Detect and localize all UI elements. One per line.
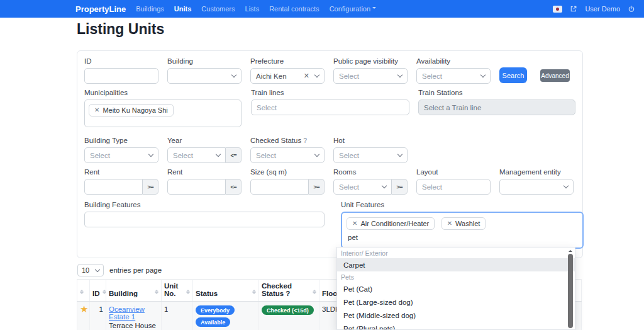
nav-item-configuration[interactable]: Configuration: [330, 5, 376, 13]
column-building[interactable]: Building: [106, 280, 162, 302]
cell-star[interactable]: ★: [77, 302, 90, 330]
filter-management-entity-label: Management entity: [499, 168, 574, 176]
column-status-label: Status: [196, 290, 250, 297]
layout-input[interactable]: Select: [416, 179, 491, 195]
building-link[interactable]: Oceanview Estate 1: [109, 305, 145, 321]
filter-train-stations-label: Train Stations: [418, 89, 575, 96]
filter-rent-min: Rent >=: [84, 168, 158, 195]
unit-features-multiselect[interactable]: ✕Air Conditioner/Heater ✕Washlet pet: [341, 212, 584, 249]
column-unit-no[interactable]: Unit No.: [162, 280, 193, 302]
year-operator: <=: [226, 147, 242, 163]
rent-min-input[interactable]: [84, 179, 143, 195]
filter-unit-features: Unit Features ✕Air Conditioner/Heater ✕W…: [341, 201, 584, 249]
dropdown-scrollbar[interactable]: [568, 254, 573, 328]
train-lines-select[interactable]: Select: [251, 100, 409, 115]
train-lines-placeholder: Select: [257, 104, 277, 111]
unit-feature-tag[interactable]: ✕Washlet: [441, 217, 486, 230]
cell-checked-status: Checked (<15d): [259, 302, 319, 330]
sort-icon[interactable]: [80, 288, 84, 297]
nav-item-units[interactable]: Units: [174, 5, 192, 13]
dropdown-option-pet-large-dog[interactable]: Pet (Large-sized dog): [337, 295, 575, 309]
rent-min-operator: >=: [143, 179, 158, 195]
public-page-visibility-select[interactable]: Select: [333, 68, 408, 84]
nav-item-buildings[interactable]: Buildings: [136, 5, 164, 13]
sort-icon[interactable]: [313, 288, 316, 297]
cell-building: Oceanview Estate 1 Terrace House: [106, 302, 162, 330]
nav-item-lists[interactable]: Lists: [245, 5, 260, 13]
filter-train-lines-label: Train lines: [251, 89, 409, 96]
filter-building: Building: [167, 57, 242, 84]
size-operator: >=: [309, 179, 325, 195]
sort-icon[interactable]: [252, 288, 256, 297]
rent-max-input[interactable]: [167, 179, 226, 195]
remove-tag-icon[interactable]: ✕: [352, 220, 357, 227]
dropdown-option-pet-plural[interactable]: Pet (Plural pets): [337, 322, 575, 330]
star-icon[interactable]: ★: [80, 304, 88, 314]
help-icon[interactable]: ?: [303, 137, 307, 144]
filters-card: ID Building Prefecture Aichi Ken✕ Public…: [77, 50, 583, 258]
clear-icon[interactable]: ✕: [304, 72, 309, 80]
filter-size-label: Size (sq m): [250, 168, 325, 176]
remove-tag-icon[interactable]: ✕: [447, 220, 452, 227]
management-entity-select[interactable]: [499, 179, 574, 195]
filter-public-page-visibility: Public page visibility Select: [333, 57, 408, 84]
nav-item-rental-contracts[interactable]: Rental contracts: [269, 5, 319, 13]
main-nav: Buildings Units Customers Lists Rental c…: [136, 5, 376, 13]
sort-icon[interactable]: [186, 288, 190, 297]
checked-status-select[interactable]: Select: [250, 147, 325, 163]
chevron-down-icon: [372, 7, 376, 11]
rooms-select[interactable]: Select: [333, 179, 392, 195]
column-select[interactable]: [77, 280, 90, 302]
chevron-down-icon: [314, 72, 319, 77]
id-input[interactable]: [84, 68, 158, 84]
external-link-icon[interactable]: [570, 5, 577, 13]
scrollbar-thumb[interactable]: [568, 254, 573, 328]
checked-status-placeholder: Select: [256, 152, 276, 159]
scrollbar-up-icon[interactable]: [569, 248, 572, 252]
filter-unit-features-label: Unit Features: [341, 201, 584, 208]
user-menu[interactable]: User Demo: [585, 5, 620, 13]
column-status[interactable]: Status: [193, 280, 259, 302]
filter-train-stations: Train Stations Select a Train line: [418, 89, 575, 127]
chevron-down-icon: [382, 183, 387, 188]
power-icon[interactable]: [628, 5, 635, 13]
sort-icon[interactable]: [155, 288, 158, 297]
sort-icon[interactable]: [103, 288, 106, 297]
unit-feature-tag[interactable]: ✕Air Conditioner/Heater: [347, 217, 435, 230]
filter-prefecture-label: Prefecture: [250, 57, 325, 65]
municipality-tag-label: Meito Ku Nagoya Shi: [103, 106, 167, 114]
nav-item-customers[interactable]: Customers: [201, 5, 235, 13]
column-unit-no-label: Unit No.: [164, 282, 184, 297]
train-stations-select[interactable]: Select a Train line: [418, 100, 575, 115]
dropdown-option-pet-middle-dog[interactable]: Pet (Middle-sized dog): [337, 309, 575, 322]
filter-rooms-label: Rooms: [333, 168, 408, 176]
brand-logo[interactable]: PropertyLine: [75, 4, 126, 14]
unit-features-search-input[interactable]: pet: [348, 234, 578, 241]
dropdown-option-carpet[interactable]: Carpet: [337, 258, 575, 271]
chevron-down-icon: [231, 72, 236, 77]
hot-select[interactable]: Select: [333, 147, 408, 163]
availability-select[interactable]: Select: [416, 68, 491, 84]
municipalities-multiselect[interactable]: ✕Meito Ku Nagoya Shi: [84, 100, 242, 127]
building-features-input[interactable]: [84, 212, 325, 227]
prefecture-select[interactable]: Aichi Ken✕: [250, 68, 325, 84]
entries-per-page-select[interactable]: 10: [77, 264, 104, 276]
dropdown-group-label: Interior/ Exterior: [337, 248, 575, 258]
year-select[interactable]: Select: [167, 147, 226, 163]
cell-unit-no: 1: [162, 302, 193, 330]
filter-building-features: Building Features: [84, 201, 325, 249]
dropdown-option-pet-cat[interactable]: Pet (Cat): [337, 282, 575, 295]
building-type-select[interactable]: Select: [84, 147, 158, 163]
chevron-down-icon: [480, 72, 486, 77]
japan-flag-icon[interactable]: [553, 6, 562, 13]
column-checked-status[interactable]: Checked Status ?: [259, 280, 319, 302]
remove-tag-icon[interactable]: ✕: [94, 106, 99, 113]
municipality-tag[interactable]: ✕Meito Ku Nagoya Shi: [89, 104, 174, 117]
building-select[interactable]: [167, 68, 242, 84]
advanced-button[interactable]: Advanced: [540, 69, 570, 82]
search-button[interactable]: Search: [499, 67, 527, 83]
size-input[interactable]: [250, 179, 309, 195]
filter-municipalities: Municipalities ✕Meito Ku Nagoya Shi: [84, 89, 242, 127]
cell-id: 1: [90, 302, 106, 330]
column-id[interactable]: ID: [90, 280, 106, 302]
